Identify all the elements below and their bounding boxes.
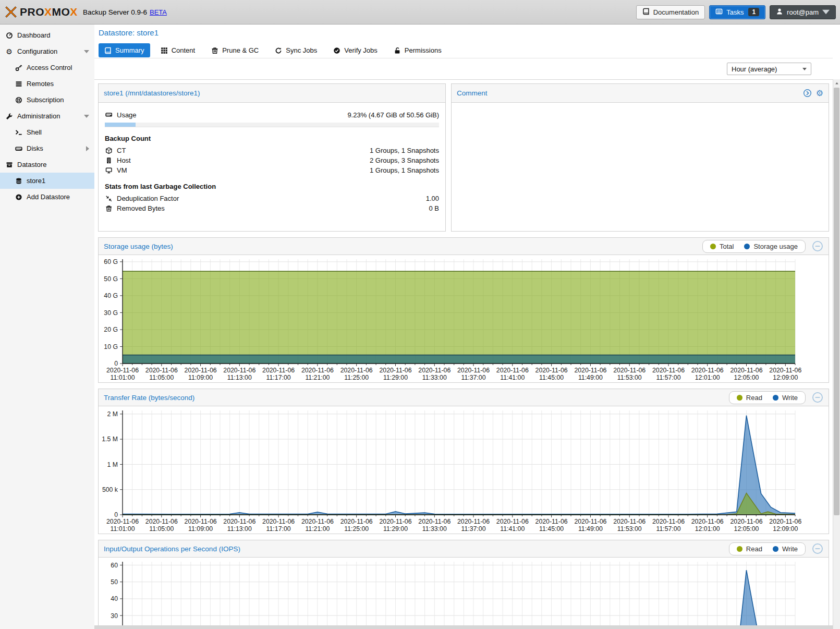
sidebar-item-dashboard[interactable]: Dashboard: [0, 27, 94, 43]
remotes-icon: [15, 80, 22, 88]
sidebar-item-administration[interactable]: Administration: [0, 108, 94, 124]
archive-icon: [5, 161, 13, 168]
usage-row: Usage 9.23% (4.67 GiB of 50.56 GiB): [105, 109, 439, 120]
svg-text:2020-11-06: 2020-11-06: [185, 518, 217, 525]
collapse-panel-icon[interactable]: [812, 543, 823, 554]
backup-count-row: CT1 Groups, 1 Snapshots: [105, 146, 439, 155]
legend-item-write[interactable]: Write: [773, 545, 798, 553]
svg-text:11:49:00: 11:49:00: [578, 374, 603, 381]
tab-verify-jobs[interactable]: Verify Jobs: [327, 43, 383, 57]
svg-text:30 G: 30 G: [104, 309, 118, 317]
beta-link[interactable]: BETA: [150, 8, 167, 16]
legend-item-storage-usage[interactable]: Storage usage: [744, 243, 798, 250]
collapse-panel-icon[interactable]: [812, 240, 823, 252]
panel-title: store1 (/mnt/datastores/store1): [104, 89, 200, 97]
svg-text:12:09:00: 12:09:00: [773, 525, 798, 533]
svg-text:11:05:00: 11:05:00: [149, 374, 174, 381]
svg-text:12:01:00: 12:01:00: [695, 374, 720, 381]
sidebar-item-configuration[interactable]: ⚙Configuration: [0, 43, 94, 59]
brand-wordmark: PROXMOX: [20, 6, 78, 18]
legend-item-read[interactable]: Read: [737, 394, 762, 402]
svg-text:2020-11-06: 2020-11-06: [613, 518, 646, 525]
svg-text:2020-11-06: 2020-11-06: [652, 367, 685, 374]
legend-label: Write: [782, 545, 798, 553]
svg-text:11:01:00: 11:01:00: [111, 374, 135, 381]
sidebar-item-remotes[interactable]: Remotes: [0, 76, 94, 92]
chart-svg: 60504030201002020-11-0611:01:002020-11-0…: [99, 558, 801, 629]
chart-legend: ReadWrite: [729, 542, 806, 555]
time-range-select[interactable]: Hour (average): [727, 63, 811, 75]
svg-text:2020-11-06: 2020-11-06: [457, 518, 490, 525]
sidebar-item-datastore[interactable]: Datastore: [0, 156, 94, 173]
building-icon: [105, 156, 113, 164]
expander-collapse-icon[interactable]: [84, 50, 89, 53]
tab-label: Content: [172, 46, 196, 54]
legend-dot: [773, 546, 778, 552]
chevron-circle-right-icon[interactable]: [803, 89, 812, 98]
sidebar-item-disks[interactable]: Disks: [0, 140, 94, 156]
hdd-icon: [105, 111, 113, 119]
legend-item-total[interactable]: Total: [710, 243, 734, 250]
collapse-panel-icon[interactable]: [812, 392, 823, 403]
user-menu-button[interactable]: root@pam: [770, 5, 836, 19]
svg-text:2020-11-06: 2020-11-06: [535, 518, 568, 525]
vertical-scrollbar[interactable]: [833, 79, 840, 629]
proxmox-x-icon: [4, 5, 18, 19]
sidebar-nav: Dashboard⚙ConfigurationAccess ControlRem…: [0, 25, 94, 629]
tab-label: Summary: [115, 46, 144, 54]
scroll-up-arrow[interactable]: [833, 79, 840, 87]
svg-text:11:45:00: 11:45:00: [539, 525, 564, 533]
tab-label: Prune & GC: [222, 46, 259, 54]
legend-dot: [744, 244, 750, 249]
sidebar-item-shell[interactable]: Shell: [0, 124, 94, 140]
chart-svg: 60 G50 G40 G30 G20 G10 G02020-11-0611:01…: [99, 255, 801, 382]
documentation-button[interactable]: Documentation: [636, 5, 705, 19]
legend-item-write[interactable]: Write: [773, 394, 798, 402]
expander-expand-icon[interactable]: [86, 146, 89, 151]
sidebar-item-store1[interactable]: store1: [0, 173, 94, 189]
tab-prune-gc[interactable]: Prune & GC: [205, 43, 264, 57]
plus-circle-icon: [15, 193, 22, 201]
svg-text:12:05:00: 12:05:00: [734, 374, 759, 381]
chart-legend: TotalStorage usage: [702, 240, 806, 253]
sidebar-item-access-control[interactable]: Access Control: [0, 59, 94, 76]
unlock-icon: [394, 47, 401, 54]
sidebar-item-subscription[interactable]: Subscription: [0, 92, 94, 108]
svg-text:11:05:00: 11:05:00: [149, 525, 174, 533]
expander-collapse-icon[interactable]: [84, 115, 89, 118]
svg-text:20 G: 20 G: [104, 326, 118, 333]
backup-count-row: VM1 Groups, 1 Snapshots: [105, 165, 439, 175]
legend-dot: [773, 395, 778, 401]
compress-icon: [105, 195, 113, 202]
tasks-count-badge: 1: [748, 8, 759, 16]
svg-text:2020-11-06: 2020-11-06: [262, 367, 295, 374]
tab-sync-jobs[interactable]: Sync Jobs: [269, 43, 323, 57]
svg-text:12:01:00: 12:01:00: [695, 525, 720, 533]
gear-icon[interactable]: ⚙: [816, 89, 823, 98]
user-icon: [776, 8, 783, 17]
row-label: CT: [117, 147, 126, 154]
svg-text:11:45:00: 11:45:00: [539, 374, 564, 381]
sidebar-item-add-datastore[interactable]: Add Datastore: [0, 189, 94, 205]
svg-text:2020-11-06: 2020-11-06: [418, 367, 451, 374]
svg-text:2020-11-06: 2020-11-06: [496, 518, 529, 525]
sync-icon: [275, 47, 282, 54]
tab-permissions[interactable]: Permissions: [388, 43, 447, 57]
tasks-button[interactable]: Tasks 1: [709, 5, 765, 19]
legend-item-read[interactable]: Read: [737, 545, 762, 553]
svg-text:2020-11-06: 2020-11-06: [496, 367, 529, 374]
svg-text:2020-11-06: 2020-11-06: [262, 518, 295, 525]
svg-text:11:01:00: 11:01:00: [111, 525, 135, 533]
svg-text:2020-11-06: 2020-11-06: [380, 367, 412, 374]
sidebar-item-label: Add Datastore: [27, 193, 70, 201]
tab-summary[interactable]: Summary: [99, 43, 150, 57]
scrollbar-thumb[interactable]: [834, 88, 839, 515]
svg-text:30: 30: [111, 612, 118, 620]
svg-text:11:37:00: 11:37:00: [461, 525, 486, 533]
svg-text:2020-11-06: 2020-11-06: [731, 518, 763, 525]
book-icon: [642, 8, 650, 17]
tab-content[interactable]: Content: [155, 43, 201, 57]
svg-text:12:05:00: 12:05:00: [734, 525, 759, 533]
chart-legend: ReadWrite: [729, 391, 806, 404]
proxmox-logo: PROXMOX: [4, 5, 78, 19]
